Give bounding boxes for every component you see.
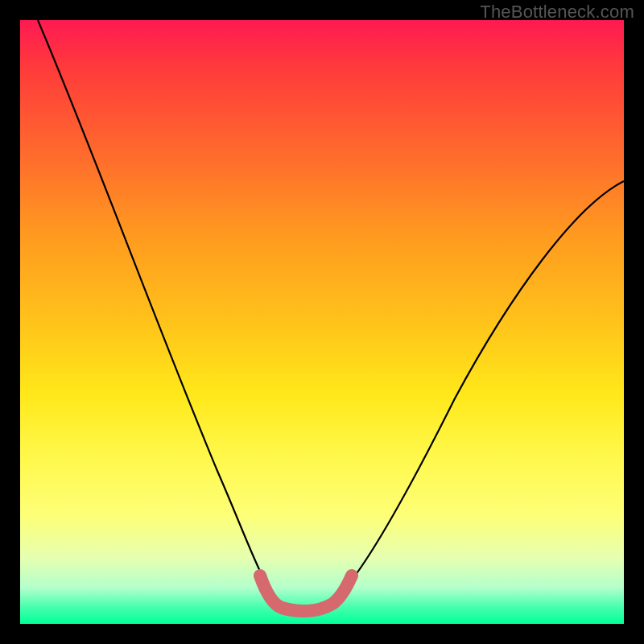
curve-path [38, 20, 624, 609]
bottleneck-curve [20, 20, 624, 624]
watermark-text: TheBottleneck.com [480, 2, 634, 23]
valley-highlight [260, 576, 352, 611]
chart-plot-area [20, 20, 624, 624]
